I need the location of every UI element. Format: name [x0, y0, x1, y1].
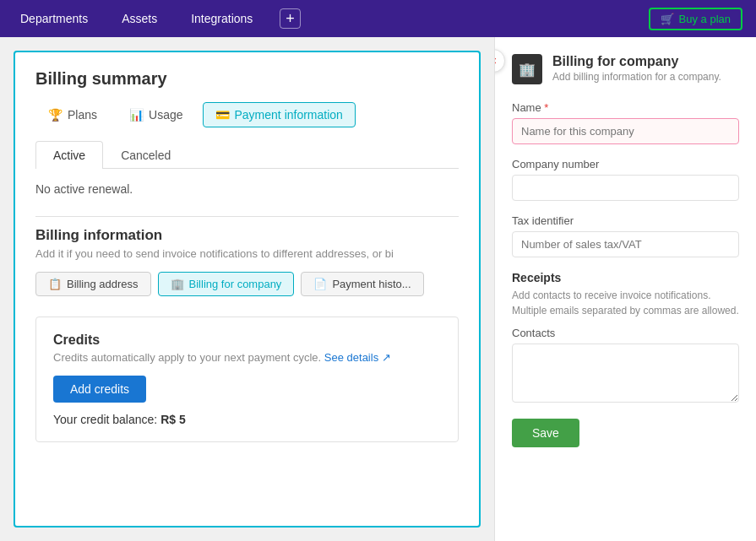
required-indicator: * [544, 101, 548, 114]
plans-icon: 🏆 [48, 108, 63, 122]
credits-desc: Credits automatically apply to your next… [53, 351, 441, 364]
billing-info-title: Billing information [35, 227, 459, 244]
company-number-input[interactable] [512, 175, 739, 201]
history-icon: 📄 [313, 278, 327, 290]
nav-integrations[interactable]: Integrations [184, 8, 259, 29]
tab-plans[interactable]: 🏆 Plans [35, 102, 110, 127]
divider [35, 216, 459, 217]
no-renewal-text: No active renewal. [35, 182, 459, 196]
contacts-textarea[interactable] [512, 344, 739, 403]
nav-departments[interactable]: Departments [14, 8, 95, 29]
main-area: Billing summary 🏆 Plans 📊 Usage 💳 Paymen… [0, 37, 756, 541]
payment-history-button[interactable]: 📄 Payment histo... [301, 272, 423, 296]
receipts-section: Receipts Add contacts to receive invoice… [512, 271, 739, 405]
usage-icon: 📊 [129, 108, 144, 122]
name-label: Name * [512, 101, 739, 114]
company-icon: 🏢 [171, 278, 184, 290]
main-tabs-row: 🏆 Plans 📊 Usage 💳 Payment information [35, 102, 459, 127]
buy-plan-label: Buy a plan [679, 13, 731, 25]
tab-payment-information[interactable]: 💳 Payment information [203, 102, 356, 127]
right-panel: × 🏢 Billing for company Add billing info… [494, 37, 756, 541]
left-panel: Billing summary 🏆 Plans 📊 Usage 💳 Paymen… [14, 51, 481, 527]
tab-usage[interactable]: 📊 Usage [117, 102, 195, 127]
buy-plan-button[interactable]: 🛒 Buy a plan [649, 8, 742, 30]
name-input[interactable] [512, 118, 739, 144]
tax-identifier-label: Tax identifier [512, 214, 739, 227]
company-number-label: Company number [512, 158, 739, 170]
panel-icon: 🏢 [512, 54, 542, 84]
billing-actions-row: 📋 Billing address 🏢 Billing for company … [35, 272, 459, 296]
panel-subtitle: Add billing information for a company. [552, 71, 721, 83]
panel-header: 🏢 Billing for company Add billing inform… [512, 54, 739, 84]
tax-identifier-field-group: Tax identifier [512, 214, 739, 257]
credits-box: Credits Credits automatically apply to y… [35, 316, 459, 442]
sub-tabs-row: Active Canceled [35, 141, 459, 169]
receipts-desc: Add contacts to receive invoice notifica… [512, 288, 739, 318]
contacts-label: Contacts [512, 327, 739, 339]
billing-summary-title: Billing summary [35, 69, 459, 89]
company-number-field-group: Company number [512, 158, 739, 201]
billing-info-desc: Add it if you need to send invoice notif… [35, 247, 459, 260]
close-button[interactable]: × [494, 49, 505, 73]
cart-icon: 🛒 [661, 13, 674, 25]
left-content: Billing summary 🏆 Plans 📊 Usage 💳 Paymen… [15, 52, 479, 459]
nav-assets[interactable]: Assets [115, 8, 164, 29]
billing-address-button[interactable]: 📋 Billing address [35, 272, 151, 296]
sub-tab-active[interactable]: Active [35, 141, 103, 169]
sub-tab-canceled[interactable]: Canceled [103, 141, 188, 169]
payment-icon: 💳 [215, 108, 230, 122]
credits-title: Credits [53, 333, 441, 348]
receipts-title: Receipts [512, 271, 739, 284]
save-button[interactable]: Save [512, 419, 579, 447]
tax-identifier-input[interactable] [512, 231, 739, 257]
nav-add-button[interactable]: + [280, 8, 301, 29]
credit-balance: Your credit balance: R$ 5 [53, 413, 441, 426]
panel-title: Billing for company [552, 54, 721, 69]
credits-see-details-link[interactable]: See details ↗ [324, 351, 391, 364]
top-navigation: Departments Assets Integrations + 🛒 Buy … [0, 0, 756, 37]
panel-title-group: Billing for company Add billing informat… [552, 54, 721, 83]
billing-company-button[interactable]: 🏢 Billing for company [158, 272, 295, 296]
name-field-group: Name * [512, 101, 739, 144]
address-icon: 📋 [48, 278, 62, 290]
add-credits-button[interactable]: Add credits [53, 376, 146, 403]
credit-balance-value: R$ 5 [160, 413, 186, 426]
